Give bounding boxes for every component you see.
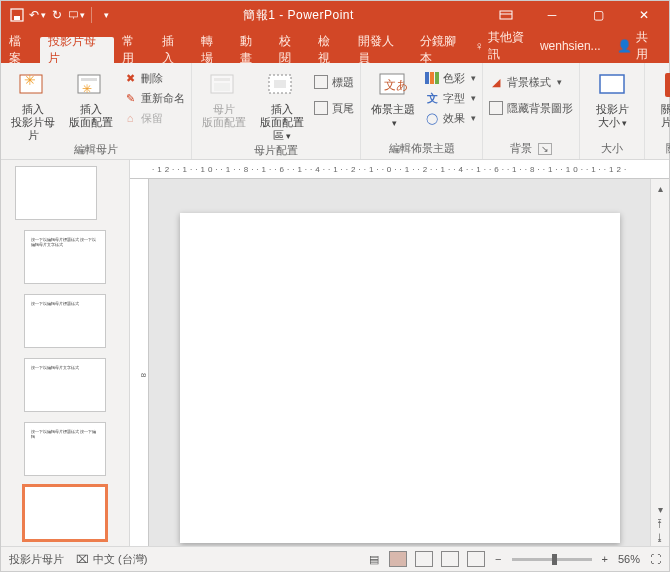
layout-thumbnail[interactable] xyxy=(24,486,106,540)
slideshow-view-icon[interactable] xyxy=(467,551,485,567)
svg-rect-9 xyxy=(81,78,97,81)
background-styles-button[interactable]: ◢背景樣式▾ xyxy=(489,73,573,91)
rename-button[interactable]: ✎重新命名 xyxy=(123,89,185,107)
layout-thumbnail[interactable]: 按一下以編輯母片文字樣式 xyxy=(24,358,106,412)
statusbar: 投影片母片 ⌧中文 (台灣) ▤ − + 56% ⛶ xyxy=(1,546,669,571)
fonts-button[interactable]: 文字型▾ xyxy=(425,89,476,107)
share-icon: 👤 xyxy=(617,39,632,53)
insert-layout-button[interactable]: ✳ 插入 版面配置 xyxy=(65,65,117,129)
insert-slide-master-label: 插入 投影片母片 xyxy=(7,103,59,142)
close-master-button[interactable]: ✕ 關閉母 片檢視 xyxy=(651,65,670,129)
insert-placeholder-button[interactable]: 插入 版面配置區▾ xyxy=(256,65,308,143)
status-language[interactable]: ⌧中文 (台灣) xyxy=(76,552,147,567)
title-checkbox[interactable]: 標題 xyxy=(314,73,354,91)
zoom-in-icon[interactable]: + xyxy=(602,553,608,565)
tab-developer[interactable]: 開發人員 xyxy=(350,37,412,63)
tab-storyboard[interactable]: 分鏡腳本 xyxy=(412,37,474,63)
preserve-button[interactable]: ⌂保留 xyxy=(123,109,185,127)
workspace: 按一下以編輯母片標題樣式 按一下以編輯母片文字樣式按一下以編輯母片標題樣式按一下… xyxy=(1,160,669,546)
svg-rect-19 xyxy=(430,72,434,84)
slide-size-button[interactable]: 投影片 大小▾ xyxy=(586,65,638,130)
slide[interactable] xyxy=(180,213,620,543)
group-master-layout: 母片 版面配置 插入 版面配置區▾ 標題 頁尾 母片配置 xyxy=(192,63,361,159)
share-label: 共用 xyxy=(636,29,657,63)
close-button[interactable]: ✕ xyxy=(621,1,667,29)
layout-thumbnail[interactable]: 按一下以編輯母片標題樣式 按一下編輯 xyxy=(24,422,106,476)
svg-text:✳: ✳ xyxy=(82,82,92,96)
slideshow-icon[interactable]: ▾ xyxy=(69,7,85,23)
hide-background-checkbox[interactable]: 隱藏背景圖形 xyxy=(489,99,573,117)
master-layout-label: 母片 版面配置 xyxy=(202,103,246,129)
zoom-out-icon[interactable]: − xyxy=(495,553,501,565)
tab-transitions[interactable]: 轉場 xyxy=(193,37,232,63)
layout-thumbnail[interactable]: 按一下以編輯母片標題樣式 xyxy=(24,294,106,348)
group-master-layout-label: 母片配置 xyxy=(254,143,298,161)
tab-view[interactable]: 檢視 xyxy=(310,37,349,63)
tab-review[interactable]: 校閱 xyxy=(271,37,310,63)
sorter-view-icon[interactable] xyxy=(415,551,433,567)
maximize-button[interactable]: ▢ xyxy=(575,1,621,29)
dialog-launcher-icon[interactable]: ↘ xyxy=(538,143,552,155)
footer-checkbox[interactable]: 頁尾 xyxy=(314,99,354,117)
normal-view-icon[interactable] xyxy=(389,551,407,567)
tab-insert[interactable]: 插入 xyxy=(154,37,193,63)
group-background: ◢背景樣式▾ 隱藏背景圖形 背景↘ xyxy=(483,63,580,159)
svg-rect-2 xyxy=(70,12,78,17)
master-layout-button: 母片 版面配置 xyxy=(198,65,250,129)
quick-access-toolbar: ↶▾ ↻ ▾ ▾ xyxy=(3,7,114,23)
tab-file[interactable]: 檔案 xyxy=(1,37,40,63)
layout-thumbnail[interactable]: 按一下以編輯母片標題樣式 按一下以編輯母片文字樣式 xyxy=(24,230,106,284)
ribbon-display-icon[interactable] xyxy=(483,1,529,29)
effects-label: 效果 xyxy=(443,111,465,126)
bulb-icon: ♀ xyxy=(475,39,484,53)
thumbnail-preview: 按一下以編輯母片文字樣式 xyxy=(31,365,99,405)
vertical-ruler: 864202468 xyxy=(130,179,149,546)
insert-slide-master-button[interactable]: ✳ 插入 投影片母片 xyxy=(7,65,59,142)
thumbnail-preview xyxy=(22,173,90,213)
ribbon: ✳ 插入 投影片母片 ✳ 插入 版面配置 ✖刪除 ✎重新命名 ⌂保留 編輯母片 xyxy=(1,63,669,160)
checkbox-icon xyxy=(314,75,328,89)
ruler-mark: 8 xyxy=(139,373,148,377)
vertical-scrollbar[interactable]: ▴ ▾ ⭱ ⭳ xyxy=(650,179,669,546)
user-name[interactable]: wenhsien... xyxy=(540,39,601,53)
save-icon[interactable] xyxy=(9,7,25,23)
language-icon: ⌧ xyxy=(76,553,89,566)
notes-icon[interactable]: ▤ xyxy=(369,553,379,566)
delete-button[interactable]: ✖刪除 xyxy=(123,69,185,87)
redo-icon[interactable]: ↻ xyxy=(49,7,65,23)
prev-slide-icon[interactable]: ⭱ xyxy=(653,516,667,530)
next-slide-icon[interactable]: ⭳ xyxy=(653,530,667,544)
tab-slide-master[interactable]: 投影片母片 xyxy=(40,37,114,63)
zoom-slider[interactable] xyxy=(512,558,592,561)
title-checkbox-label: 標題 xyxy=(332,75,354,90)
themes-button[interactable]: 文あ 佈景主題▾ xyxy=(367,65,419,130)
titlebar: ↶▾ ↻ ▾ ▾ 簡報1 - PowerPoint ─ ▢ ✕ xyxy=(1,1,669,29)
group-background-label: 背景↘ xyxy=(510,141,552,159)
tab-home[interactable]: 常用 xyxy=(114,37,153,63)
fit-to-window-icon[interactable]: ⛶ xyxy=(650,553,661,565)
footer-checkbox-label: 頁尾 xyxy=(332,101,354,116)
group-edit-theme-label: 編輯佈景主題 xyxy=(389,141,455,159)
window-buttons: ─ ▢ ✕ xyxy=(483,1,667,29)
group-edit-master-label: 編輯母片 xyxy=(74,142,118,160)
share-button[interactable]: 👤共用 xyxy=(609,33,665,59)
status-language-label: 中文 (台灣) xyxy=(93,552,147,567)
scroll-up-icon[interactable]: ▴ xyxy=(653,181,667,195)
slide-canvas[interactable] xyxy=(149,179,650,546)
effects-button[interactable]: ◯效果▾ xyxy=(425,109,476,127)
undo-icon[interactable]: ↶▾ xyxy=(29,7,45,23)
reading-view-icon[interactable] xyxy=(441,551,459,567)
master-thumbnail[interactable] xyxy=(15,166,97,220)
tab-animations[interactable]: 動畫 xyxy=(232,37,271,63)
stage: ·12··1··10··1··8··1··6··1··4··1··2··1··0… xyxy=(130,160,669,546)
thumbnail-panel[interactable]: 按一下以編輯母片標題樣式 按一下以編輯母片文字樣式按一下以編輯母片標題樣式按一下… xyxy=(1,160,130,546)
group-edit-theme: 文あ 佈景主題▾ 色彩▾ 文字型▾ ◯效果▾ 編輯佈景主題 xyxy=(361,63,483,159)
tell-me[interactable]: ♀其他資訊 xyxy=(475,29,532,63)
svg-rect-4 xyxy=(500,11,512,19)
group-close: ✕ 關閉母 片檢視 關閉 xyxy=(645,63,670,159)
qat-customize-icon[interactable]: ▾ xyxy=(98,7,114,23)
colors-button[interactable]: 色彩▾ xyxy=(425,69,476,87)
minimize-button[interactable]: ─ xyxy=(529,1,575,29)
scroll-down-icon[interactable]: ▾ xyxy=(653,502,667,516)
zoom-percent[interactable]: 56% xyxy=(618,553,640,565)
